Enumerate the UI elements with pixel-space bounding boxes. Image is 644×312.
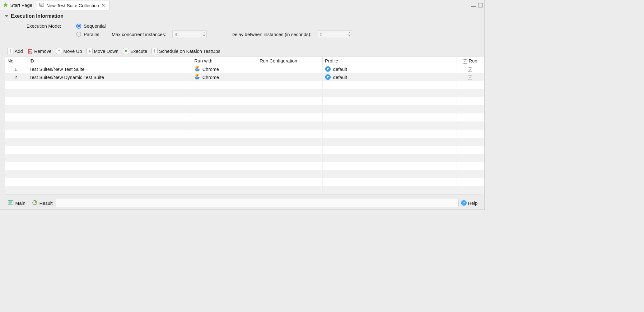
move-up-label: Move Up xyxy=(63,48,82,54)
tab-test-suite-collection[interactable]: New Test Suite Collection xyxy=(36,1,110,10)
max-concurrent-input[interactable]: ▲▼ xyxy=(172,30,207,38)
play-icon xyxy=(123,48,129,54)
chrome-icon xyxy=(194,74,200,80)
checkbox-icon[interactable]: ✓ xyxy=(463,59,467,64)
tab-label: New Test Suite Collection xyxy=(46,3,99,8)
checkbox-icon[interactable]: ✓ xyxy=(468,76,472,80)
runwith-label: Chrome xyxy=(203,67,219,72)
cell-run[interactable]: ✓ xyxy=(456,65,484,73)
add-button[interactable]: Add xyxy=(7,48,23,54)
tab-start-page[interactable]: Start Page xyxy=(0,0,36,10)
tab-main[interactable]: Main xyxy=(5,199,29,207)
svg-point-7 xyxy=(196,68,198,70)
cell-profile[interactable]: x default xyxy=(322,65,456,73)
plus-icon xyxy=(7,48,13,54)
profile-label: default xyxy=(333,67,347,72)
col-header-runconf[interactable]: Run Configuration xyxy=(257,57,322,65)
plus-icon xyxy=(152,48,158,54)
pie-icon xyxy=(32,200,38,206)
profile-label: default xyxy=(333,75,347,80)
help-label: Help xyxy=(468,200,478,206)
cell-no: 2 xyxy=(5,73,27,81)
add-label: Add xyxy=(15,48,23,54)
table-row xyxy=(5,105,484,113)
cell-profile[interactable]: x default xyxy=(322,73,456,81)
spinner-down-icon[interactable]: ▼ xyxy=(202,34,206,38)
cell-runwith[interactable]: Chrome xyxy=(192,65,257,73)
arrow-up-icon xyxy=(56,48,62,54)
col-header-profile[interactable]: Profile xyxy=(322,57,456,65)
execute-label: Execute xyxy=(130,48,147,54)
bottom-tab-bar: Main Result ? Help xyxy=(5,198,480,208)
star-icon xyxy=(3,2,8,8)
radio-sequential[interactable] xyxy=(76,24,81,29)
table-row xyxy=(5,170,484,178)
move-up-button[interactable]: Move Up xyxy=(56,48,82,54)
help-button[interactable]: ? Help xyxy=(459,200,480,206)
test-suite-table: No. ID Run with Run Configuration Profil… xyxy=(5,57,480,195)
execute-button[interactable]: Execute xyxy=(123,48,147,54)
cell-runconf[interactable] xyxy=(257,65,322,73)
cell-no: 1 xyxy=(5,65,27,73)
toolbar: Add Remove Move Up Move Down Execute xyxy=(0,45,484,57)
table-row xyxy=(5,130,484,138)
col-header-id[interactable]: ID xyxy=(27,57,192,65)
table-row xyxy=(5,122,484,130)
chrome-icon xyxy=(194,66,200,72)
cell-run[interactable]: ✓ xyxy=(456,73,484,81)
table-row xyxy=(5,138,484,146)
table-row xyxy=(5,146,484,154)
table-row[interactable]: 2 Test Suites/New Dynamic Test Suite Chr… xyxy=(5,73,484,81)
delay-input[interactable]: ▲▼ xyxy=(318,30,352,38)
bottom-spacer xyxy=(56,199,459,207)
delay-label: Delay between instances (in seconds): xyxy=(231,32,311,37)
help-icon: ? xyxy=(461,200,467,206)
radio-parallel-label: Parallel xyxy=(84,32,105,37)
table-row xyxy=(5,81,484,89)
close-icon[interactable] xyxy=(101,3,105,7)
chevron-down-icon xyxy=(5,15,8,17)
cell-id[interactable]: Test Suites/New Dynamic Test Suite xyxy=(27,73,192,81)
table-row xyxy=(5,178,484,186)
tab-result[interactable]: Result xyxy=(29,199,56,208)
move-down-label: Move Down xyxy=(94,48,119,54)
col-header-runwith[interactable]: Run with xyxy=(192,57,257,65)
remove-button[interactable]: Remove xyxy=(27,48,52,54)
section-header[interactable]: Execution Information xyxy=(5,13,480,19)
table-row xyxy=(5,89,484,97)
exec-mode-label: Execution Mode: xyxy=(26,23,70,29)
spinner-up-icon[interactable]: ▲ xyxy=(202,31,206,34)
cell-runwith[interactable]: Chrome xyxy=(192,73,257,81)
arrow-down-icon xyxy=(86,48,93,54)
schedule-button[interactable]: Schedule on Katalon TestOps xyxy=(152,48,220,54)
profile-icon: x xyxy=(325,74,331,80)
minimize-icon[interactable] xyxy=(471,6,476,7)
cell-id[interactable]: Test Suites/New Test Suite xyxy=(27,65,192,73)
checkbox-icon[interactable]: ✓ xyxy=(468,67,472,72)
profile-icon: x xyxy=(325,66,331,72)
col-header-run-label: Run xyxy=(469,58,478,63)
delay-field[interactable] xyxy=(318,31,347,38)
table-row xyxy=(5,162,484,170)
schedule-label: Schedule on Katalon TestOps xyxy=(159,48,220,54)
radio-parallel[interactable] xyxy=(76,32,81,37)
trash-icon xyxy=(27,48,33,54)
max-concurrent-field[interactable] xyxy=(173,31,202,38)
cell-runconf[interactable] xyxy=(257,73,322,81)
table-row xyxy=(5,186,484,194)
svg-point-11 xyxy=(196,76,198,78)
spinner-up-icon[interactable]: ▲ xyxy=(347,31,352,34)
table-row[interactable]: 1 Test Suites/New Test Suite Chrome x de… xyxy=(5,65,484,73)
maximize-icon[interactable] xyxy=(478,3,483,7)
table-row xyxy=(5,97,484,105)
list-icon xyxy=(8,200,13,206)
col-header-no[interactable]: No. xyxy=(5,57,27,65)
tab-label: Start Page xyxy=(10,2,32,8)
move-down-button[interactable]: Move Down xyxy=(86,48,119,54)
section-title: Execution Information xyxy=(11,13,63,19)
tab-result-label: Result xyxy=(40,200,53,206)
col-header-run[interactable]: ✓ Run xyxy=(456,57,484,65)
spinner-down-icon[interactable]: ▼ xyxy=(347,34,352,38)
remove-label: Remove xyxy=(34,48,52,54)
table-row xyxy=(5,154,484,162)
